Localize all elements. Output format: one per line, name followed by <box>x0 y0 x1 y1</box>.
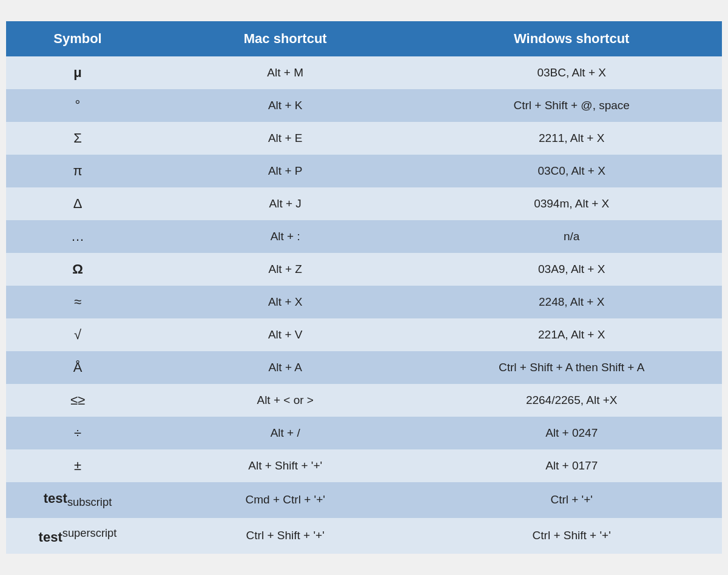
shortcuts-table: Symbol Mac shortcut Windows shortcut μAl… <box>6 21 722 554</box>
cell-symbol: Σ <box>6 122 149 155</box>
cell-symbol: ≤≥ <box>6 384 149 417</box>
cell-mac: Alt + V <box>149 318 421 351</box>
table-row: μAlt + M03BC, Alt + X <box>6 56 722 89</box>
cell-mac: Alt + A <box>149 351 421 384</box>
table-row: ΔAlt + J0394m, Alt + X <box>6 187 722 220</box>
cell-windows: 2248, Alt + X <box>421 286 722 318</box>
cell-symbol: ≈ <box>6 286 149 318</box>
cell-windows: Ctrl + Shift + A then Shift + A <box>421 351 722 384</box>
cell-symbol: π <box>6 155 149 187</box>
cell-windows: Alt + 0177 <box>421 449 722 482</box>
cell-windows: Ctrl + Shift + '+' <box>421 518 722 554</box>
cell-windows: 2264/2265, Alt +X <box>421 384 722 417</box>
cell-mac: Alt + J <box>149 187 421 220</box>
cell-windows: Ctrl + '+' <box>421 482 722 517</box>
table-row: √Alt + V221A, Alt + X <box>6 318 722 351</box>
cell-mac: Alt + Z <box>149 253 421 286</box>
cell-symbol: ± <box>6 449 149 482</box>
cell-mac: Alt + Shift + '+' <box>149 449 421 482</box>
cell-symbol: Δ <box>6 187 149 220</box>
cell-mac: Alt + < or > <box>149 384 421 417</box>
header-windows: Windows shortcut <box>421 21 722 56</box>
table-row: ÷Alt + /Alt + 0247 <box>6 417 722 449</box>
header-symbol: Symbol <box>6 21 149 56</box>
cell-symbol: Å <box>6 351 149 384</box>
cell-windows: 2211, Alt + X <box>421 122 722 155</box>
table-row: ≤≥Alt + < or >2264/2265, Alt +X <box>6 384 722 417</box>
table-row: °Alt + KCtrl + Shift + @, space <box>6 89 722 122</box>
table-row: …Alt + :n/a <box>6 220 722 253</box>
cell-symbol: testsubscript <box>6 482 149 517</box>
cell-mac: Alt + X <box>149 286 421 318</box>
cell-mac: Ctrl + Shift + '+' <box>149 518 421 554</box>
cell-mac: Alt + : <box>149 220 421 253</box>
cell-windows: 0394m, Alt + X <box>421 187 722 220</box>
table-row: testsuperscriptCtrl + Shift + '+'Ctrl + … <box>6 518 722 554</box>
cell-symbol: testsuperscript <box>6 518 149 554</box>
table-header-row: Symbol Mac shortcut Windows shortcut <box>6 21 722 56</box>
table-row: ÅAlt + ACtrl + Shift + A then Shift + A <box>6 351 722 384</box>
cell-mac: Alt + P <box>149 155 421 187</box>
table-row: ≈Alt + X2248, Alt + X <box>6 286 722 318</box>
cell-symbol: … <box>6 220 149 253</box>
cell-mac: Alt + M <box>149 56 421 89</box>
cell-mac: Alt + / <box>149 417 421 449</box>
cell-symbol: μ <box>6 56 149 89</box>
cell-windows: 03BC, Alt + X <box>421 56 722 89</box>
cell-mac: Alt + K <box>149 89 421 122</box>
cell-windows: Alt + 0247 <box>421 417 722 449</box>
cell-symbol: ° <box>6 89 149 122</box>
cell-windows: 221A, Alt + X <box>421 318 722 351</box>
table-container: Symbol Mac shortcut Windows shortcut μAl… <box>0 0 728 575</box>
cell-mac: Cmd + Ctrl + '+' <box>149 482 421 517</box>
table-row: testsubscriptCmd + Ctrl + '+'Ctrl + '+' <box>6 482 722 517</box>
table-row: πAlt + P03C0, Alt + X <box>6 155 722 187</box>
table-row: ΩAlt + Z03A9, Alt + X <box>6 253 722 286</box>
table-row: ±Alt + Shift + '+'Alt + 0177 <box>6 449 722 482</box>
header-mac: Mac shortcut <box>149 21 421 56</box>
cell-symbol: Ω <box>6 253 149 286</box>
cell-windows: Ctrl + Shift + @, space <box>421 89 722 122</box>
table-row: ΣAlt + E2211, Alt + X <box>6 122 722 155</box>
cell-mac: Alt + E <box>149 122 421 155</box>
cell-windows: n/a <box>421 220 722 253</box>
cell-symbol: ÷ <box>6 417 149 449</box>
cell-symbol: √ <box>6 318 149 351</box>
cell-windows: 03A9, Alt + X <box>421 253 722 286</box>
cell-windows: 03C0, Alt + X <box>421 155 722 187</box>
